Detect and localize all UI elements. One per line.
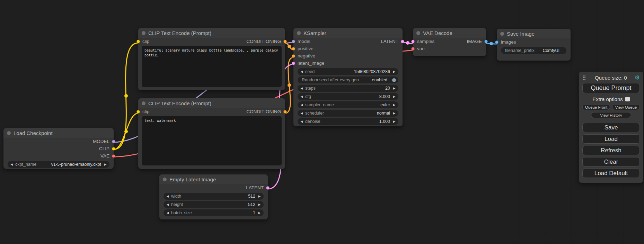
widget-scheduler[interactable]: scheduler normal [298, 110, 398, 117]
image-output-port-icon[interactable] [484, 40, 488, 43]
node-collapse-icon[interactable] [163, 178, 167, 181]
node-clip-text-encode-positive[interactable]: CLIP Text Encode (Prompt) clip CONDITION… [138, 28, 285, 90]
save-button[interactable]: Save [582, 123, 640, 132]
node-title-bar[interactable]: VAE Decode [413, 28, 486, 38]
widget-seed[interactable]: seed 156680208700286 [298, 68, 398, 75]
next-value-arrow-icon[interactable] [257, 201, 262, 208]
widget-filename-prefix[interactable]: filename_prefix ComfyUI [501, 47, 566, 54]
node-empty-latent-image[interactable]: Empty Latent Image LATENT width 512 heig… [159, 174, 268, 219]
prev-value-arrow-icon[interactable] [300, 118, 304, 125]
prev-value-arrow-icon[interactable] [10, 161, 14, 168]
slot-label-clip: CLIP [99, 146, 109, 151]
prompt-textarea[interactable]: beautiful scenery nature glass bottle la… [142, 46, 282, 87]
slot-label-conditioning: CONDITIONING [246, 39, 281, 44]
images-input-port-icon[interactable] [495, 40, 499, 44]
widget-name: height [171, 202, 183, 207]
node-title-bar[interactable]: CLIP Text Encode (Prompt) [138, 98, 285, 108]
next-value-arrow-icon[interactable] [103, 161, 107, 168]
prev-value-arrow-icon[interactable] [166, 209, 170, 216]
node-load-checkpoint[interactable]: Load Checkpoint MODEL CLIP VAE ckpt_name… [3, 128, 114, 169]
link-midpoint-dot [406, 41, 409, 45]
slot-row: positive [293, 45, 403, 52]
conditioning-output-port-icon[interactable] [283, 110, 287, 114]
next-value-arrow-icon[interactable] [392, 85, 396, 92]
prev-value-arrow-icon[interactable] [300, 93, 304, 100]
queue-prompt-button[interactable]: Queue Prompt [582, 83, 640, 93]
next-value-arrow-icon[interactable] [392, 110, 396, 117]
prev-value-arrow-icon[interactable] [300, 101, 304, 108]
widget-random-seed-toggle[interactable]: Random seed after every gen enabled [298, 76, 398, 83]
node-ksampler[interactable]: KSampler model LATENT positive negative … [293, 28, 403, 126]
next-value-arrow-icon[interactable] [392, 93, 396, 100]
settings-gear-icon[interactable] [635, 75, 640, 81]
vae-input-port-icon[interactable] [411, 47, 415, 51]
clip-input-port-icon[interactable] [136, 40, 140, 43]
node-collapse-icon[interactable] [416, 31, 420, 35]
prev-value-arrow-icon[interactable] [300, 110, 304, 117]
extra-options-row: Extra options [582, 96, 640, 102]
load-default-button[interactable]: Load Default [582, 169, 640, 178]
widget-batch-size[interactable]: batch_size 1 [164, 209, 264, 216]
vae-output-port-icon[interactable] [112, 154, 115, 158]
latent-output-port-icon[interactable] [266, 186, 270, 190]
node-title-bar[interactable]: Empty Latent Image [159, 174, 268, 184]
widget-ckpt-name[interactable]: ckpt_name v1-5-pruned-emaonly.ckpt [8, 161, 109, 168]
node-title-bar[interactable]: CLIP Text Encode (Prompt) [138, 28, 285, 38]
slot-row: clip CONDITIONING [138, 108, 285, 115]
view-queue-button[interactable]: View Queue [612, 104, 640, 110]
model-output-port-icon[interactable] [112, 140, 115, 143]
queue-front-button[interactable]: Queue Front [582, 104, 610, 110]
negative-input-port-icon[interactable] [292, 54, 295, 58]
conditioning-output-port-icon[interactable] [283, 40, 287, 43]
node-collapse-icon[interactable] [7, 131, 11, 135]
prev-value-arrow-icon[interactable] [300, 85, 304, 92]
widget-steps[interactable]: steps 20 [298, 85, 398, 92]
node-title-bar[interactable]: KSampler [293, 28, 403, 38]
view-history-button[interactable]: View History [591, 112, 631, 118]
widget-width[interactable]: width 512 [164, 193, 264, 200]
node-title-bar[interactable]: Save Image [497, 29, 571, 38]
next-value-arrow-icon[interactable] [392, 101, 396, 108]
node-collapse-icon[interactable] [142, 101, 145, 105]
prompt-textarea[interactable]: text, watermark [142, 116, 282, 165]
widget-value: 512 [248, 194, 255, 199]
node-collapse-icon[interactable] [500, 32, 504, 36]
clear-button[interactable]: Clear [582, 157, 640, 166]
slot-label-clip: clip [142, 109, 149, 114]
node-title-bar[interactable]: Load Checkpoint [3, 128, 114, 138]
node-title: CLIP Text Encode (Prompt) [148, 100, 211, 106]
prev-value-arrow-icon[interactable] [166, 193, 170, 200]
prev-value-arrow-icon[interactable] [166, 201, 170, 208]
widget-denoise[interactable]: denoise 1.000 [298, 118, 398, 125]
load-button[interactable]: Load [582, 134, 640, 144]
widget-value: normal [377, 111, 390, 116]
link-midpoint-dot [288, 83, 291, 87]
slot-label-images: images [501, 39, 516, 45]
node-clip-text-encode-negative[interactable]: CLIP Text Encode (Prompt) clip CONDITION… [138, 98, 285, 169]
node-collapse-icon[interactable] [142, 31, 145, 35]
next-value-arrow-icon[interactable] [257, 209, 262, 216]
next-value-arrow-icon[interactable] [392, 118, 396, 125]
next-value-arrow-icon[interactable] [392, 68, 396, 75]
widget-sampler-name[interactable]: sampler_name euler [298, 101, 398, 108]
toggle-knob-icon[interactable] [392, 78, 396, 82]
drag-handle-icon[interactable] [582, 75, 586, 80]
extra-options-checkbox[interactable] [625, 97, 630, 101]
node-vae-decode[interactable]: VAE Decode samples IMAGE vae [413, 28, 486, 56]
clip-input-port-icon[interactable] [136, 110, 140, 114]
next-value-arrow-icon[interactable] [257, 193, 262, 200]
latent-image-input-port-icon[interactable] [292, 62, 295, 65]
prev-value-arrow-icon[interactable] [300, 68, 304, 75]
node-collapse-icon[interactable] [297, 31, 301, 35]
positive-input-port-icon[interactable] [292, 47, 295, 51]
clip-output-port-icon[interactable] [112, 147, 115, 151]
node-save-image[interactable]: Save Image images filename_prefix ComfyU… [497, 29, 571, 61]
model-input-port-icon[interactable] [292, 40, 295, 43]
samples-input-port-icon[interactable] [411, 40, 415, 43]
widget-height[interactable]: height 512 [164, 201, 264, 208]
node-graph-canvas[interactable]: Load Checkpoint MODEL CLIP VAE ckpt_name… [0, 0, 644, 244]
latent-output-port-icon[interactable] [401, 40, 404, 43]
widget-cfg[interactable]: cfg 8.000 [298, 93, 398, 100]
refresh-button[interactable]: Refresh [582, 146, 640, 155]
widget-value: v1-5-pruned-emaonly.ckpt [51, 162, 101, 167]
